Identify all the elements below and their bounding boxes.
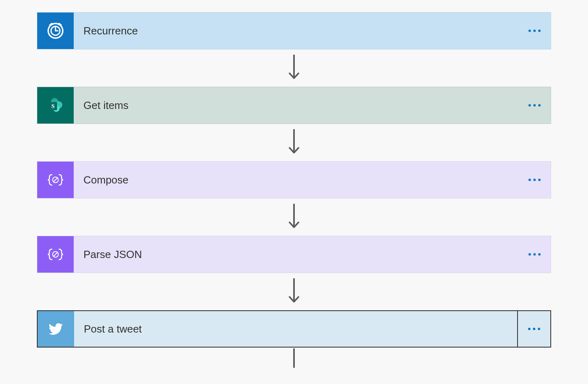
- step-title: Recurrence: [74, 13, 518, 49]
- step-recurrence[interactable]: Recurrence: [37, 12, 551, 49]
- step-menu-button[interactable]: [518, 13, 551, 49]
- step-menu-button[interactable]: [518, 311, 550, 347]
- flow-designer: Recurrence S Get items: [37, 12, 551, 368]
- step-get-items[interactable]: S Get items: [37, 87, 551, 124]
- step-title: Post a tweet: [74, 311, 517, 347]
- flow-arrow: [288, 348, 300, 368]
- flow-arrow: [288, 198, 300, 236]
- data-operation-icon: [37, 162, 74, 198]
- ellipsis-icon: [528, 253, 541, 256]
- ellipsis-icon: [528, 179, 541, 181]
- step-menu-button[interactable]: [518, 162, 551, 198]
- twitter-icon: [38, 311, 74, 347]
- step-title: Get items: [74, 87, 518, 124]
- svg-line-14: [53, 178, 58, 182]
- ellipsis-icon: [528, 328, 540, 330]
- step-menu-button[interactable]: [518, 236, 551, 273]
- step-menu-button[interactable]: [518, 87, 551, 124]
- data-operation-icon: [37, 236, 74, 273]
- step-post-tweet[interactable]: Post a tweet: [37, 310, 551, 348]
- flow-arrow: [288, 124, 300, 161]
- flow-arrow: [288, 49, 300, 87]
- step-compose[interactable]: Compose: [37, 161, 551, 198]
- svg-line-17: [53, 252, 58, 256]
- ellipsis-icon: [528, 30, 541, 32]
- step-parse-json[interactable]: Parse JSON: [37, 236, 551, 273]
- clock-icon: [37, 13, 74, 49]
- sharepoint-icon: S: [37, 87, 74, 124]
- step-title: Parse JSON: [74, 236, 518, 273]
- step-title: Compose: [74, 162, 518, 198]
- svg-text:S: S: [51, 103, 55, 109]
- flow-arrow: [288, 273, 300, 310]
- ellipsis-icon: [528, 104, 541, 107]
